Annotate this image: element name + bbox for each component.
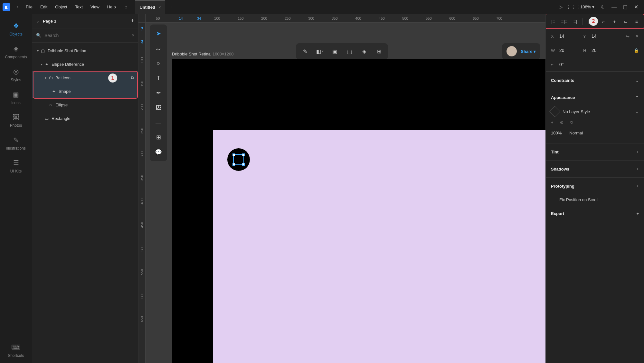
fix-position-checkbox[interactable]: [551, 197, 556, 202]
artboard[interactable]: [213, 130, 545, 363]
line-tool[interactable]: —: [152, 116, 165, 129]
canvas[interactable]: -50 14 34 100 150 200 250 300 350 400 45…: [138, 14, 545, 363]
layer-style-label: No Layer Style: [563, 109, 590, 114]
layer-style-row[interactable]: No Layer Style ⌄: [551, 106, 639, 117]
section-export[interactable]: Export+: [546, 205, 644, 222]
strip-shortcuts[interactable]: ⌨Shortcuts: [0, 340, 32, 363]
add-tab-button[interactable]: +: [165, 5, 177, 9]
align-row: |= =|= =| ||| ⌐ + ⌙ ≡ 2: [546, 14, 644, 29]
align-right-icon[interactable]: =|: [571, 17, 580, 26]
strip-icons[interactable]: ▣Icons: [0, 87, 32, 110]
comment-tool[interactable]: 💬: [152, 146, 165, 159]
tab-close-icon[interactable]: ×: [158, 5, 161, 10]
ruler-vertical: 14 34 100 150 200 250 300 350 400 450 50…: [138, 23, 146, 363]
clear-search-icon[interactable]: ×: [132, 33, 134, 38]
input-y[interactable]: [592, 34, 612, 39]
align-vcenter-icon[interactable]: +: [610, 17, 619, 26]
zoom-dropdown[interactable]: 108% ▾: [577, 5, 598, 9]
strip-components[interactable]: ◈Components: [0, 42, 32, 64]
autolayout-icon[interactable]: ⊞: [373, 45, 385, 57]
add-icon[interactable]: +: [636, 150, 639, 154]
window-minimize[interactable]: —: [609, 4, 620, 10]
add-icon[interactable]: +: [636, 211, 639, 216]
label-x: X: [551, 34, 556, 39]
align-left-icon[interactable]: |=: [549, 17, 557, 26]
layer-ellipse[interactable]: ○Ellipse: [32, 98, 138, 112]
artboard-label[interactable]: Dribbble Shot Retina1600×1200: [172, 52, 233, 56]
input-rotation[interactable]: [559, 62, 580, 67]
window-close[interactable]: ✕: [630, 4, 641, 10]
input-x[interactable]: [559, 34, 580, 39]
align-bottom-icon[interactable]: ⌙: [621, 17, 630, 26]
duplicate-icon[interactable]: ⧉: [131, 75, 134, 80]
strip-objects[interactable]: ❖Objects: [0, 19, 32, 42]
nav-back[interactable]: ‹: [13, 5, 22, 9]
add-style-icon[interactable]: +: [551, 120, 554, 125]
section-shadows[interactable]: Shadows+: [546, 161, 644, 177]
page-chevron-icon[interactable]: ⌄: [36, 19, 40, 24]
add-icon[interactable]: +: [636, 184, 639, 189]
section-prototyping[interactable]: Prototyping+: [546, 178, 644, 194]
document-tab[interactable]: Untitled ×: [135, 0, 165, 14]
theme-toggle-icon[interactable]: ☾: [598, 4, 609, 10]
lock-aspect-icon[interactable]: 🔒: [634, 48, 639, 53]
menu-object[interactable]: Object: [51, 0, 71, 14]
refresh-style-icon[interactable]: ↻: [570, 120, 573, 125]
home-icon[interactable]: ⌂: [119, 5, 132, 9]
layer-bat-icon[interactable]: ▾🗀Bat icon ⧉: [32, 71, 138, 84]
selected-object[interactable]: [227, 148, 250, 171]
menu-edit[interactable]: Edit: [36, 0, 51, 14]
align-top-icon[interactable]: ⌐: [599, 17, 608, 26]
play-icon[interactable]: ▷: [555, 4, 566, 10]
menu-file[interactable]: File: [22, 0, 36, 14]
fill-icon[interactable]: ◧: [314, 45, 326, 57]
strip-styles[interactable]: ◎Styles: [0, 64, 32, 87]
search-input[interactable]: [44, 33, 132, 38]
blend-mode[interactable]: Normal: [569, 131, 583, 135]
chevron-up-icon: ⌃: [635, 95, 639, 100]
input-w[interactable]: [559, 48, 580, 53]
strip-uikits[interactable]: ☰UI Kits: [0, 156, 32, 179]
section-tint[interactable]: Tint+: [546, 143, 644, 160]
user-avatar[interactable]: [507, 46, 517, 56]
ellipse-tool[interactable]: ○: [152, 57, 165, 70]
layer-ellipse-difference[interactable]: ▾✦Ellipse Difference: [32, 57, 138, 71]
frame-icon[interactable]: ⬚: [344, 45, 355, 57]
search-icon: 🔍: [36, 33, 41, 38]
component-tool[interactable]: ⊞: [152, 131, 165, 144]
layer-artboard[interactable]: ▾▢Dribbble Shot Retina: [32, 44, 138, 57]
share-button[interactable]: Share ▾: [521, 49, 536, 54]
boolean-icon[interactable]: ◈: [358, 45, 370, 57]
opacity-value[interactable]: 100%: [551, 131, 562, 135]
edit-icon[interactable]: ✎: [299, 45, 311, 57]
reset-pos-icon[interactable]: ✕: [635, 34, 639, 39]
move-tool[interactable]: ➤: [152, 27, 165, 40]
window-maximize[interactable]: ▢: [620, 4, 630, 10]
image-tool[interactable]: 🖼: [152, 101, 165, 114]
add-icon[interactable]: +: [636, 167, 639, 172]
strip-illustrations[interactable]: ✎Illustrations: [0, 133, 32, 156]
chevron-down-icon: ⌄: [635, 109, 639, 114]
section-appearance[interactable]: Appearance⌃: [546, 89, 644, 106]
distribute-v-icon[interactable]: ≡: [632, 17, 641, 26]
layer-shape[interactable]: ✦Shape: [32, 84, 138, 98]
fix-position-row[interactable]: Fix Position on Scroll: [546, 194, 644, 205]
menu-view[interactable]: View: [87, 0, 103, 14]
input-h[interactable]: [592, 48, 612, 53]
apply-style-icon[interactable]: ⊘: [560, 120, 564, 125]
text-tool[interactable]: T: [152, 72, 165, 84]
pen-tool[interactable]: ✒: [152, 86, 165, 99]
grid-icon[interactable]: ⋮⋮⋮: [566, 4, 577, 10]
strip-photos[interactable]: 🖼Photos: [0, 110, 32, 133]
component-create-icon[interactable]: ▣: [329, 45, 340, 57]
menu-text[interactable]: Text: [71, 0, 87, 14]
page-name[interactable]: Page 1: [43, 19, 131, 24]
add-page-button[interactable]: +: [131, 18, 134, 25]
section-constraints[interactable]: Constraints⌄: [546, 72, 644, 89]
app-logo[interactable]: ◧: [3, 3, 10, 11]
align-hcenter-icon[interactable]: =|=: [560, 17, 568, 26]
menu-help[interactable]: Help: [103, 0, 120, 14]
swap-xy-icon[interactable]: ⇋: [626, 34, 630, 39]
shape-tool[interactable]: ▱: [152, 42, 165, 55]
layer-rectangle[interactable]: ▭Rectangle: [32, 112, 138, 125]
